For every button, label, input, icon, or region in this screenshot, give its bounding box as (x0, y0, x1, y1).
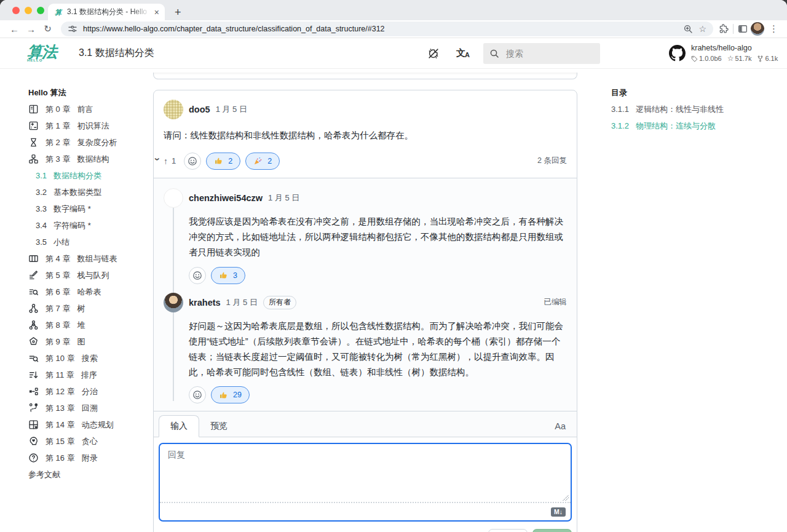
reply-date[interactable]: 1 月 5 日 (226, 297, 258, 308)
window-zoom-button[interactable] (37, 7, 44, 14)
book-icon (28, 104, 39, 114)
add-reaction-button[interactable] (189, 386, 206, 403)
markdown-supported-icon[interactable]: M↓ (551, 507, 566, 517)
reply-date[interactable]: 1 月 5 日 (268, 193, 299, 204)
avatar[interactable] (164, 100, 183, 119)
sidebar-item[interactable]: 参考文献 (28, 466, 159, 483)
new-tab-button[interactable]: + (175, 7, 181, 18)
back-icon[interactable]: ← (6, 24, 23, 34)
sidebar-item[interactable]: 3.1数据结构分类 (28, 167, 159, 184)
reaction-pill[interactable]: 2 (206, 153, 240, 170)
sidebar-item[interactable]: 第 12 章分治› (28, 383, 159, 400)
question-icon (28, 453, 39, 463)
sidebar-item[interactable]: 第 3 章数据结构› (28, 151, 159, 167)
tab-title: 3.1 数据结构分类 - Hello 算法 (67, 7, 150, 17)
sidebar-item[interactable]: 第 10 章搜索› (28, 350, 159, 367)
search-box[interactable] (483, 43, 600, 64)
bookmark-star-icon[interactable]: ☆ (698, 24, 706, 34)
site-settings-icon[interactable] (68, 24, 77, 34)
github-repo-link[interactable]: krahets/hello-algo 1.0.0b6 ☆ 51.7k 6.1k (669, 44, 775, 63)
add-reaction-button[interactable] (189, 267, 206, 284)
sidebar-item[interactable]: 3.5小结 (28, 234, 159, 250)
reload-icon[interactable]: ↻ (39, 23, 56, 34)
sidebar-item[interactable]: 第 7 章树› (28, 300, 159, 317)
sidebar-item[interactable]: 第 15 章贪心› (28, 433, 159, 450)
browser-toolbar: ← → ↻ https://www.hello-algo.com/chapter… (0, 20, 787, 38)
extensions-icon[interactable] (718, 23, 729, 34)
text-format-button[interactable]: Aa (548, 421, 572, 437)
sidebar-item-number: 3.5 (36, 237, 47, 247)
sidebar-item[interactable]: 第 4 章数组与链表› (28, 250, 159, 267)
replies-section: chenzhiwei54czw1 月 5 日我觉得应该是因为哈希表在没有冲突之前… (154, 178, 577, 411)
window-close-button[interactable] (12, 7, 20, 14)
site-logo[interactable]: 算法 HELLO (27, 44, 57, 62)
window-controls (12, 7, 44, 14)
sidebar-item-label: 参考文献 (28, 469, 60, 480)
avatar[interactable] (164, 188, 183, 208)
sidebar-item[interactable]: 第 16 章附录› (28, 450, 159, 466)
side-panel-icon[interactable] (737, 23, 748, 34)
sidebar-item[interactable]: 3.3数字编码 * (28, 200, 159, 217)
toc-item-number: 3.1.1 (611, 105, 629, 114)
reaction-pill[interactable]: 29 (211, 386, 250, 403)
language-switch-icon[interactable]: 文A (456, 47, 470, 59)
repo-name: krahets/hello-algo (691, 44, 778, 52)
svg-text:算: 算 (55, 9, 63, 16)
reply-footer: 3 (189, 267, 567, 284)
sidebar-item-number: 第 6 章 (45, 287, 70, 298)
tree-icon (28, 303, 39, 314)
tab-close-icon[interactable]: × (154, 8, 159, 17)
sidebar-item[interactable]: 第 6 章哈希表› (28, 284, 159, 300)
comment-date[interactable]: 1 月 5 日 (216, 104, 247, 115)
browser-menu-icon[interactable]: ⋮ (769, 23, 778, 34)
upvote-count: 1 (172, 156, 176, 165)
comment-author[interactable]: doo5 (189, 105, 210, 114)
greedy-icon (28, 436, 39, 447)
upvote-button[interactable]: ↑ 1 (164, 156, 176, 166)
reply-author[interactable]: krahets (189, 298, 221, 308)
reply: chenzhiwei54czw1 月 5 日我觉得应该是因为哈希表在没有冲突之前… (154, 180, 577, 284)
sidebar-item-label: 前言 (77, 104, 93, 115)
previous-card-bottom-edge (153, 73, 577, 79)
sidebar-item-label: 树 (77, 303, 85, 314)
window-minimize-button[interactable] (25, 7, 32, 14)
sidebar-item[interactable]: 3.4字符编码 * (28, 217, 159, 234)
toc-item[interactable]: 3.1.2物理结构：连续与分散 (611, 117, 787, 134)
avatar[interactable] (164, 293, 183, 312)
browser-tab[interactable]: 算 3.1 数据结构分类 - Hello 算法 × (48, 4, 165, 20)
hash-icon (28, 287, 39, 297)
cancel-button[interactable]: 取消 (488, 529, 528, 532)
resize-handle[interactable] (563, 494, 569, 501)
sidebar-item[interactable]: 3.2基本数据类型 (28, 184, 159, 200)
sidebar-item[interactable]: 第 13 章回溯› (28, 400, 159, 416)
sidebar-item[interactable]: 第 11 章排序› (28, 367, 159, 383)
reaction-count: 29 (233, 391, 242, 399)
sidebar-item[interactable]: 第 0 章前言› (28, 101, 159, 117)
reaction-pill[interactable]: 2 (245, 153, 280, 170)
reply-form: 输入 预览 Aa 回复 M↓ 取消 (154, 411, 577, 532)
sidebar-item[interactable]: 第 2 章复杂度分析› (28, 134, 159, 151)
search-input[interactable] (505, 48, 579, 59)
reply-body: 好问题～这因为哈希表底层是数组，所以包含线性数据结构。而为了解决哈希冲突，我们可… (189, 319, 567, 380)
sidebar-item-label: 字符编码 * (53, 220, 91, 231)
forward-icon[interactable]: → (23, 24, 39, 34)
sidebar-item[interactable]: 第 9 章图› (28, 333, 159, 350)
theme-toggle-icon[interactable] (427, 47, 440, 60)
tab-write[interactable]: 输入 (159, 415, 199, 437)
reply-author[interactable]: chenzhiwei54czw (189, 193, 263, 203)
reply-submit-button[interactable]: 回复 (532, 529, 572, 532)
reply-textarea[interactable]: 回复 (160, 444, 571, 502)
sidebar-item[interactable]: 第 8 章堆› (28, 317, 159, 333)
reaction-pill[interactable]: 3 (211, 267, 245, 284)
sidebar-item[interactable]: 第 14 章动态规划› (28, 416, 159, 433)
chevron-down-icon[interactable]: › (152, 157, 162, 161)
browser-profile-avatar[interactable] (751, 22, 764, 36)
sidebar-item-label: 数组与链表 (77, 253, 117, 264)
sidebar-item[interactable]: 第 5 章栈与队列› (28, 267, 159, 284)
add-reaction-button[interactable] (184, 153, 201, 170)
toc-item[interactable]: 3.1.1逻辑结构：线性与非线性 (611, 101, 787, 117)
address-bar[interactable]: https://www.hello-algo.com/chapter_data_… (61, 22, 713, 36)
tab-preview[interactable]: 预览 (199, 416, 239, 437)
sidebar-item[interactable]: 第 1 章初识算法› (28, 117, 159, 134)
zoom-page-icon[interactable] (683, 24, 693, 34)
